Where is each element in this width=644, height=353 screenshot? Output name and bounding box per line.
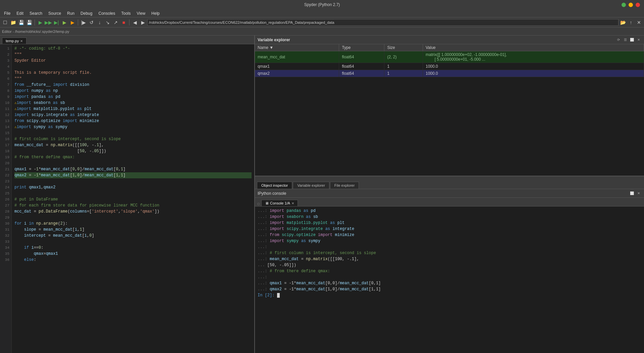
menu-debug[interactable]: Debug [78, 10, 95, 16]
console-line: ...: qmax1 = -1*mean_mcc_dat[0,0]/mean_m… [258, 280, 641, 286]
var-size-cell: 1 [384, 63, 423, 70]
menu-edit[interactable]: Edit [14, 10, 26, 16]
console-prompt[interactable]: In [2]: [258, 292, 641, 298]
console-line: ...: # first column is intercept, second… [258, 250, 641, 256]
tab-label: temp.py [6, 39, 19, 43]
console-line: ...: from scipy.optimize import minimize [258, 232, 641, 238]
var-size-cell: (2, 2) [384, 51, 423, 63]
console-tab-close[interactable]: ✕ [291, 201, 294, 205]
var-name-cell: mean_mcc_dat [255, 51, 339, 63]
path-input[interactable] [147, 19, 619, 26]
editor-header: Editor - /home/robhicks/.spyder2/temp.py [0, 27, 644, 36]
toolbar-run-cell-adv[interactable]: ▶| [53, 19, 60, 26]
table-row[interactable]: mean_mcc_dat float64 (2, 2) matrix([[ 1.… [255, 51, 644, 63]
var-explorer-options[interactable]: ☰ [623, 37, 628, 43]
console-tabs: ⊙ 🖥 Console 1/A ✕ [255, 198, 644, 207]
toolbar-path-action1[interactable]: ↑ [627, 19, 635, 26]
line-numbers: 1234 5678 9101112 13141516 17181920 2122… [0, 44, 12, 353]
console-line: ...: mean_mcc_dat = np.matrix([[100, -.1… [258, 256, 641, 262]
toolbar-path-action2[interactable]: ✕ [635, 19, 643, 26]
toolbar-run-script[interactable]: ▶ [69, 19, 76, 26]
menu-file[interactable]: File [1, 10, 13, 16]
console-tab-1[interactable]: 🖥 Console 1/A ✕ [261, 200, 298, 206]
window-title: Spyder (Python 2.7) [304, 2, 340, 7]
console-tab-icon: 🖥 [265, 201, 269, 205]
toolbar-new[interactable]: ☐ [1, 19, 9, 26]
var-explorer-close[interactable]: ✕ [636, 37, 641, 43]
code-editor[interactable]: # -*- coding: utf-8 -*- """ Spyder Edito… [12, 44, 254, 353]
console-header-icons: ⬜ ✕ [629, 191, 641, 196]
toolbar-debug-out[interactable]: ↗ [112, 19, 119, 26]
maximize-button[interactable] [622, 3, 626, 7]
content-area: temp.py ✕ 1234 5678 9101112 13141516 171… [0, 36, 644, 353]
table-row[interactable]: qmax1 float64 1 1000.0 [255, 63, 644, 70]
toolbar-debug-stop[interactable]: ■ [120, 19, 127, 26]
variable-explorer-header: Variable explorer ⟳ ☰ ⬜ ✕ [255, 36, 644, 44]
console-tab-label: Console 1/A [270, 201, 290, 205]
menu-view[interactable]: View [134, 10, 148, 16]
var-explorer-detach[interactable]: ⬜ [629, 37, 635, 43]
toolbar-back[interactable]: ◀ [131, 19, 139, 26]
col-name[interactable]: Name ▼ [255, 44, 339, 51]
console-line: ...: import matplotlib.pyplot as plt [258, 220, 641, 226]
col-value[interactable]: Value [423, 44, 644, 51]
console-detach[interactable]: ⬜ [629, 191, 635, 196]
toolbar-debug-in[interactable]: ↘ [104, 19, 111, 26]
editor-panel: temp.py ✕ 1234 5678 9101112 13141516 171… [0, 36, 255, 353]
menu-run[interactable]: Run [64, 10, 77, 16]
title-bar: Spyder (Python 2.7) [0, 0, 644, 9]
var-explorer-refresh[interactable]: ⟳ [616, 37, 621, 43]
console-output[interactable]: ...: import pandas as pd ...: import sea… [255, 207, 644, 353]
toolbar-sep-2 [78, 19, 78, 25]
console-line: ...: import sympy as sympy [258, 238, 641, 244]
ipython-console-header: IPython console ⬜ ✕ [255, 189, 644, 198]
console-line: ...: [258, 244, 641, 250]
variable-table: Name ▼ Type Size Value mean_mcc_dat floa… [255, 44, 644, 176]
editor-tab-temp-py[interactable]: temp.py ✕ [2, 38, 26, 44]
tab-file-explorer[interactable]: File explorer [330, 182, 359, 189]
inspector-tabs: Object inspector Variable explorer File … [255, 176, 644, 189]
console-line: ...: [258, 274, 641, 280]
toolbar-debug-start[interactable]: |▶ [80, 19, 87, 26]
var-type-cell: float64 [339, 51, 384, 63]
toolbar-debug-cont[interactable]: ↺ [88, 19, 95, 26]
var-name-cell: qmax2 [255, 70, 339, 77]
toolbar-sep-3 [129, 19, 129, 25]
var-value-cell: 1000.0 [423, 70, 644, 77]
right-panel: Variable explorer ⟳ ☰ ⬜ ✕ Name ▼ Type Si… [255, 36, 644, 353]
menu-source[interactable]: Source [46, 10, 64, 16]
editor-content: 1234 5678 9101112 13141516 17181920 2122… [0, 44, 254, 353]
main-toolbar: ☐ 📁 💾 💾 ▶ ▶▶ ▶| ▶ ▶ |▶ ↺ ↓ ↘ ↗ ■ ◀ ▶ 📂 ↑… [0, 17, 644, 27]
toolbar-sep-1 [35, 19, 35, 25]
toolbar-forward[interactable]: ▶ [139, 19, 147, 26]
toolbar-browse[interactable]: 📂 [619, 19, 627, 26]
toolbar-run-cell[interactable]: ▶▶ [45, 19, 52, 26]
variable-explorer-panel: Variable explorer ⟳ ☰ ⬜ ✕ Name ▼ Type Si… [255, 36, 644, 176]
window-controls [622, 3, 640, 7]
toolbar-run[interactable]: ▶ [37, 19, 44, 26]
var-type-cell: float64 [339, 70, 384, 77]
menu-consoles[interactable]: Consoles [96, 10, 118, 16]
minimize-button[interactable] [629, 3, 633, 7]
menu-tools[interactable]: Tools [119, 10, 133, 16]
tab-close-btn[interactable]: ✕ [20, 39, 23, 43]
toolbar-save-all[interactable]: 💾 [25, 19, 33, 26]
toolbar-save[interactable]: 💾 [17, 19, 25, 26]
var-value-cell: matrix([[ 1.00000000e+02, -1.00000000e-0… [423, 51, 644, 63]
var-explorer-icons: ⟳ ☰ ⬜ ✕ [616, 37, 641, 43]
col-type[interactable]: Type [339, 44, 384, 51]
close-button[interactable] [636, 3, 640, 7]
col-size[interactable]: Size [384, 44, 423, 51]
variable-explorer-title: Variable explorer [258, 38, 290, 42]
tab-variable-explorer[interactable]: Variable explorer [293, 182, 329, 189]
toolbar-debug-step[interactable]: ↓ [96, 19, 103, 26]
console-close[interactable]: ✕ [636, 191, 641, 196]
console-line: ...: import scipy.integrate as integrate [258, 226, 641, 232]
editor-path-label: Editor - /home/robhicks/.spyder2/temp.py [2, 30, 69, 34]
toolbar-run-sel[interactable]: ▶ [61, 19, 68, 26]
menu-search[interactable]: Search [27, 10, 45, 16]
menu-help[interactable]: Help [149, 10, 162, 16]
table-row[interactable]: qmax2 float64 1 1000.0 [255, 70, 644, 77]
toolbar-open[interactable]: 📁 [9, 19, 17, 26]
tab-object-inspector[interactable]: Object inspector [257, 182, 292, 189]
